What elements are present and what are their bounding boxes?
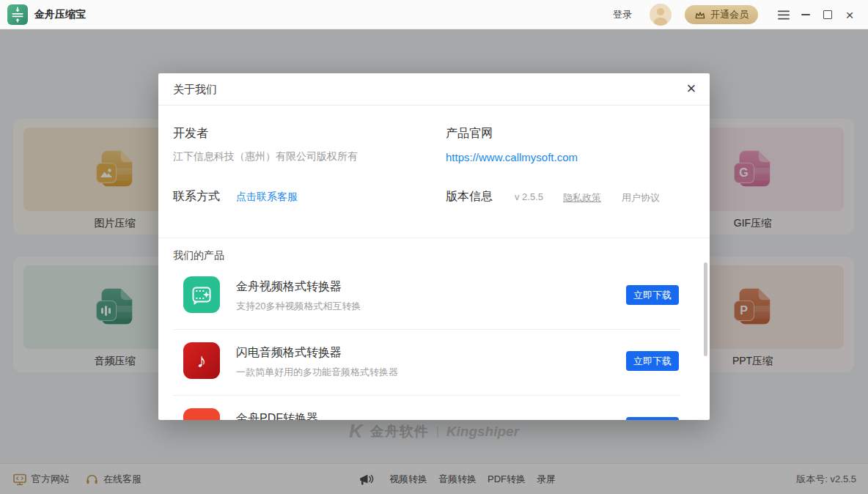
contact-support-link[interactable]: 点击联系客服 (236, 191, 298, 204)
website-url-link[interactable]: https://www.callmysoft.com (446, 151, 578, 163)
product-desc: 一款简单好用的多功能音频格式转换器 (236, 366, 398, 379)
download-button[interactable]: 立即下载 (626, 417, 679, 420)
product-desc: 支持20多种视频格式相互转换 (236, 300, 361, 313)
app-window: 图片压缩 G GIF压缩 (0, 0, 868, 494)
dialog-title: 关于我们 (173, 83, 217, 97)
products-heading: 我们的产品 (173, 249, 224, 262)
product-row: 金舟视频格式转换器 支持20多种视频格式相互转换 立即下载 (158, 270, 710, 336)
product-name: 金舟视频格式转换器 (236, 279, 342, 295)
divider (173, 395, 680, 396)
dialog-scrollbar[interactable] (704, 262, 707, 356)
login-button[interactable]: 登录 (613, 8, 632, 21)
pdf-letter-icon: P (183, 408, 220, 420)
music-note-icon: ♪ (183, 342, 220, 379)
close-icon[interactable]: × (839, 0, 861, 29)
website-heading: 产品官网 (446, 126, 493, 141)
contact-heading: 联系方式 (173, 189, 220, 204)
product-name: 金舟PDF转换器 (236, 411, 318, 420)
crown-icon (694, 10, 706, 20)
developer-value: 江下信息科技（惠州）有限公司版权所有 (173, 150, 358, 163)
product-row: ♪ 闪电音频格式转换器 一款简单好用的多功能音频格式转换器 立即下载 (158, 336, 710, 402)
version-value: v 2.5.5 (515, 191, 543, 202)
download-button[interactable]: 立即下载 (626, 285, 679, 305)
minimize-icon[interactable] (795, 0, 817, 29)
product-row: P 金舟PDF转换器 立即下载 (158, 402, 710, 420)
avatar[interactable] (650, 4, 672, 26)
title-bar: 金舟压缩宝 登录 开通会员 × (0, 0, 868, 29)
user-agreement-link[interactable]: 用户协议 (622, 191, 660, 204)
video-film-icon (183, 276, 220, 313)
developer-heading: 开发者 (173, 126, 208, 141)
app-logo-icon (7, 4, 28, 25)
privacy-policy-link[interactable]: 隐私政策 (563, 191, 601, 204)
app-title: 金舟压缩宝 (34, 8, 86, 21)
hamburger-menu-icon[interactable] (773, 0, 795, 29)
dialog-close-icon[interactable]: × (682, 79, 701, 98)
divider (173, 329, 680, 330)
dialog-header: 关于我们 × (158, 73, 710, 106)
version-heading: 版本信息 (446, 189, 493, 204)
maximize-icon[interactable] (817, 0, 839, 29)
about-dialog: 关于我们 × 开发者 江下信息科技（惠州）有限公司版权所有 产品官网 https… (158, 73, 710, 420)
product-name: 闪电音频格式转换器 (236, 345, 342, 361)
download-button[interactable]: 立即下载 (626, 351, 679, 371)
divider (158, 237, 710, 238)
open-vip-button[interactable]: 开通会员 (685, 5, 758, 24)
